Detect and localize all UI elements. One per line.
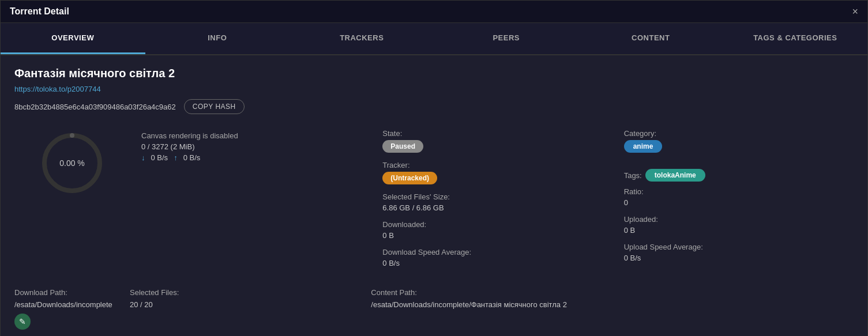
selected-files-size-label: Selected Files' Size: bbox=[382, 192, 600, 201]
tab-tags-categories[interactable]: TAGS & CATEGORIES bbox=[723, 23, 868, 54]
tabs-bar: OVERVIEW INFO TRACKERS PEERS CONTENT TAG… bbox=[1, 23, 867, 55]
tracker-value: (Untracked) bbox=[382, 172, 437, 184]
download-speed: 0 B/s bbox=[151, 153, 168, 162]
download-speed-avg-value: 0 B/s bbox=[382, 259, 600, 267]
tab-content[interactable]: CONTENT bbox=[578, 23, 723, 54]
download-speed-avg-label: Download Speed Average: bbox=[382, 248, 600, 256]
progress-column: 0.00 % bbox=[14, 126, 130, 279]
selected-files-label: Selected Files: bbox=[130, 288, 359, 297]
download-path-group: Download Path: /esata/Downloads/incomple… bbox=[14, 288, 130, 330]
torrent-link[interactable]: https://toloka.to/p2007744 bbox=[14, 85, 854, 93]
dialog-title: Torrent Detail bbox=[10, 6, 69, 17]
selected-files-group: Selected Files: 20 / 20 bbox=[130, 288, 371, 330]
torrent-hash: 8bcb2b32b4885e6c4a03f909486a03f26a4c9a62 bbox=[14, 103, 176, 111]
tags-label: Tags: bbox=[624, 171, 642, 180]
main-info-grid: 0.00 % Canvas rendering is disabled 0 / … bbox=[14, 126, 854, 279]
selected-files-size-value: 6.86 GB / 6.86 GB bbox=[382, 203, 600, 212]
download-path-label: Download Path: bbox=[14, 288, 118, 297]
copy-hash-button[interactable]: COPY HASH bbox=[184, 99, 245, 114]
title-bar: Torrent Detail × bbox=[1, 1, 867, 23]
tab-info[interactable]: INFO bbox=[145, 23, 290, 54]
upload-speed-avg-value: 0 B/s bbox=[624, 254, 842, 262]
category-value: anime bbox=[624, 140, 663, 153]
torrent-name: Фантазія місячного світла 2 bbox=[14, 67, 854, 80]
category-tags-column: Category: anime Tags: tolokaAnime Ratio:… bbox=[613, 126, 854, 279]
state-column: State: Paused Tracker: (Untracked) Selec… bbox=[371, 126, 612, 279]
state-badge: Paused bbox=[382, 140, 600, 161]
upload-arrow-icon: ↑ bbox=[174, 153, 178, 162]
downloaded-label: Downloaded: bbox=[382, 220, 600, 229]
close-button[interactable]: × bbox=[852, 6, 858, 17]
selected-files-value: 20 / 20 bbox=[130, 300, 359, 309]
content-path-label: Content Path: bbox=[371, 288, 842, 297]
tags-label-row: Tags: tolokaAnime bbox=[624, 169, 842, 182]
transfer-column: Canvas rendering is disabled 0 / 3272 (2… bbox=[130, 126, 371, 279]
download-path-value: /esata/Downloads/incomplete bbox=[14, 300, 118, 309]
upload-speed: 0 B/s bbox=[183, 153, 201, 162]
progress-percentage: 0.00 % bbox=[59, 158, 85, 168]
downloaded-value: 0 B bbox=[382, 231, 600, 240]
download-arrow-icon: ↓ bbox=[141, 153, 145, 162]
speed-row: ↓ 0 B/s ↑ 0 B/s bbox=[141, 153, 371, 162]
tracker-badge: (Untracked) bbox=[382, 172, 600, 192]
uploaded-value: 0 B bbox=[624, 226, 842, 235]
content-path-group: Content Path: /esata/Downloads/incomplet… bbox=[371, 288, 854, 330]
tab-peers[interactable]: PEERS bbox=[434, 23, 579, 54]
hash-row: 8bcb2b32b4885e6c4a03f909486a03f26a4c9a62… bbox=[14, 99, 854, 114]
ratio-label: Ratio: bbox=[624, 187, 842, 196]
category-badge-wrap: anime bbox=[624, 140, 842, 161]
tracker-label: Tracker: bbox=[382, 161, 600, 169]
upload-speed-avg-label: Upload Speed Average: bbox=[624, 243, 842, 251]
tab-trackers[interactable]: TRACKERS bbox=[290, 23, 434, 54]
overview-panel: Фантазія місячного світла 2 https://tolo… bbox=[1, 55, 867, 336]
ratio-value: 0 bbox=[624, 198, 842, 207]
category-label: Category: bbox=[624, 129, 842, 138]
torrent-detail-dialog: Torrent Detail × OVERVIEW INFO TRACKERS … bbox=[0, 0, 868, 336]
pieces-info: 0 / 3272 (2 MiB) bbox=[141, 142, 371, 151]
tab-overview[interactable]: OVERVIEW bbox=[1, 23, 145, 54]
paths-section: Download Path: /esata/Downloads/incomple… bbox=[14, 288, 854, 330]
state-value: Paused bbox=[382, 140, 423, 153]
uploaded-label: Uploaded: bbox=[624, 215, 842, 224]
content-path-value: /esata/Downloads/incomplete/Фантазія міс… bbox=[371, 300, 842, 309]
canvas-disabled-label: Canvas rendering is disabled bbox=[141, 131, 371, 140]
state-label: State: bbox=[382, 129, 600, 138]
edit-download-path-button[interactable]: ✎ bbox=[14, 314, 31, 330]
tags-value: tolokaAnime bbox=[645, 169, 705, 182]
progress-circle: 0.00 % bbox=[40, 131, 104, 195]
